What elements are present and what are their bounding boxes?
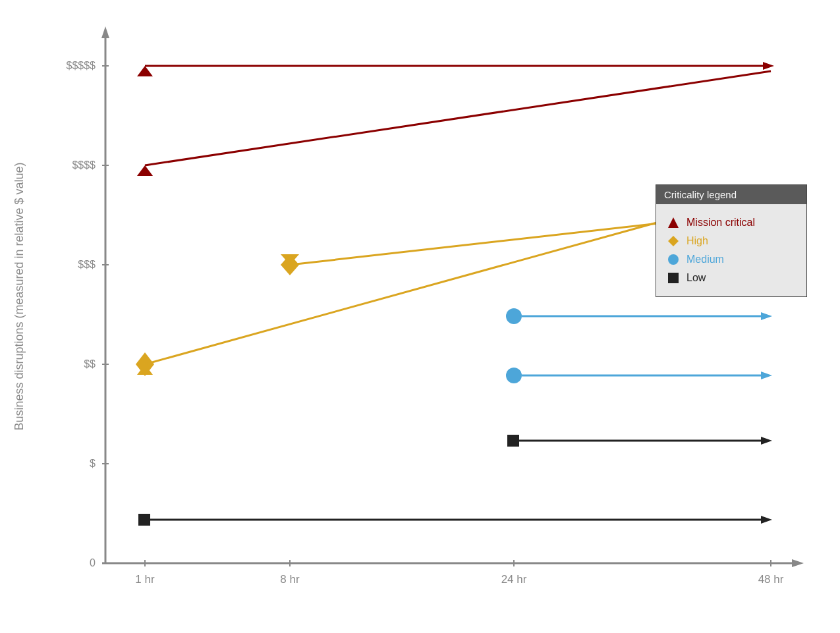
legend-item-medium: Medium [667, 253, 796, 266]
medium-circle-2 [506, 368, 522, 383]
legend-label-medium: Medium [686, 254, 724, 265]
x-tick-24hr: 24 hr [501, 573, 527, 586]
y-tick-1: $ [90, 458, 96, 469]
legend-item-high: High [667, 234, 796, 248]
medium-circle-1 [506, 308, 522, 324]
legend-box: Criticality legend Mission critical High [656, 184, 807, 297]
mission-critical-marker-1 [137, 66, 153, 76]
y-axis-label: Business disruptions (measured in relati… [13, 162, 26, 430]
svg-marker-3 [792, 559, 804, 567]
y-tick-0: 0 [90, 557, 96, 568]
medium-icon [667, 253, 680, 266]
svg-marker-14 [763, 62, 774, 70]
mission-critical-icon [667, 216, 680, 229]
legend-item-mission: Mission critical [667, 216, 796, 229]
low-icon [667, 271, 680, 285]
x-tick-8hr: 8 hr [280, 573, 300, 586]
svg-rect-22 [668, 273, 679, 283]
chart-container: Business disruptions (measured in relati… [0, 0, 840, 633]
high-icon [667, 234, 680, 248]
x-tick-1hr: 1 hr [135, 573, 155, 586]
legend-label-mission: Mission critical [686, 217, 755, 229]
svg-marker-18 [761, 516, 772, 524]
legend-title: Criticality legend [656, 185, 806, 204]
svg-point-21 [668, 254, 679, 265]
y-tick-3: $$$ [78, 259, 96, 270]
y-tick-2: $$ [84, 358, 96, 370]
legend-label-low: Low [686, 272, 706, 284]
svg-marker-20 [668, 236, 679, 246]
svg-marker-1 [101, 26, 109, 38]
legend-item-low: Low [667, 271, 796, 285]
low-square-1 [507, 435, 519, 447]
svg-marker-17 [761, 437, 772, 445]
y-tick-5: $$$$$ [67, 60, 96, 71]
low-square-2 [138, 514, 150, 526]
svg-marker-15 [761, 312, 772, 320]
mission-critical-line-2 [145, 71, 771, 165]
legend-body: Mission critical High Medium [656, 204, 806, 296]
y-tick-4: $$$$ [72, 159, 96, 171]
main-chart: Business disruptions (measured in relati… [0, 0, 840, 633]
svg-marker-16 [761, 372, 772, 379]
x-tick-48hr: 48 hr [758, 573, 784, 586]
svg-marker-19 [668, 217, 679, 228]
mission-critical-marker-2 [137, 165, 153, 176]
legend-label-high: High [686, 235, 708, 247]
